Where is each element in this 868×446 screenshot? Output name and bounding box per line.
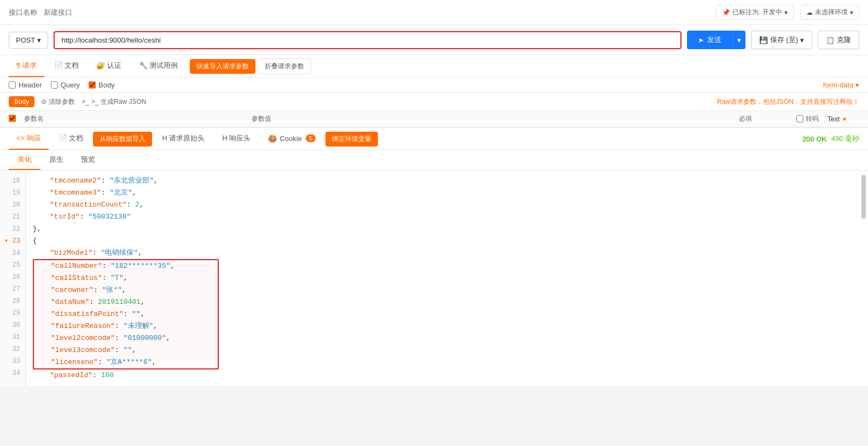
- url-input[interactable]: [54, 31, 681, 49]
- tab-response[interactable]: <> 响应: [9, 128, 49, 150]
- tab-request[interactable]: ¶ 请求: [9, 55, 44, 77]
- env-marked-label: 已标注为: 开发中: [732, 8, 782, 17]
- col-name-header: 参数名: [24, 114, 252, 124]
- tab-raw[interactable]: 原生: [40, 150, 72, 170]
- send-arrow-icon: ➤: [698, 36, 704, 44]
- cookie-icon: 🍪: [268, 134, 277, 143]
- body-checkbox[interactable]: [89, 81, 96, 89]
- method-label: POST: [16, 36, 35, 44]
- top-bar-right: 📌 已标注为: 开发中 ▾ ☁ 未选择环境 ▾: [716, 5, 859, 20]
- tab-beautify-label: 美化: [18, 155, 32, 163]
- body-tag: Body: [9, 96, 34, 107]
- header-check[interactable]: Header: [9, 81, 42, 89]
- header-label: Header: [19, 81, 42, 89]
- response-tabs-bar: <> 响应 📄 文档 从响应数据导入 H 请求原始头 H 响应头 🍪 Cooki…: [0, 128, 868, 150]
- tab-docs[interactable]: 📄 文档: [46, 55, 87, 77]
- code-panel: 1819202122▾ 232425262728293031323334 "tm…: [0, 171, 868, 386]
- line-numbers: 1819202122▾ 232425262728293031323334: [0, 171, 26, 386]
- clear-label: 清除参数: [49, 97, 75, 107]
- col-check-header: [9, 115, 24, 124]
- tab-cookie-label: Cookie: [279, 134, 301, 143]
- tab-preview-label: 预览: [81, 155, 95, 163]
- tab-response-docs-label: 📄 文档: [59, 133, 84, 143]
- body-label: Body: [98, 81, 115, 89]
- import-from-response-button[interactable]: 从响应数据导入: [93, 132, 152, 146]
- top-bar: 接口名称 📌 已标注为: 开发中 ▾ ☁ 未选择环境 ▾: [0, 0, 868, 25]
- tab-raw-headers[interactable]: H 请求原始头: [154, 128, 212, 150]
- send-label: 发送: [707, 35, 721, 45]
- send-dropdown-button[interactable]: ▾: [732, 31, 745, 49]
- pin-icon: 📌: [722, 9, 730, 16]
- col-value-header: 参数值: [252, 114, 707, 124]
- chevron-down-icon: ▾: [784, 9, 788, 16]
- tab-raw-headers-label: H 请求原始头: [162, 133, 205, 143]
- send-group: ➤ 发送 ▾: [687, 31, 745, 49]
- terminal-icon: >_: [81, 98, 89, 105]
- form-data-dropdown[interactable]: form-data ▾: [823, 81, 859, 89]
- header-checkbox[interactable]: [9, 81, 16, 89]
- tab-auth-label: 🔐 认证: [96, 61, 121, 71]
- select-all-checkbox[interactable]: [9, 115, 16, 122]
- status-ok-label: 200 OK: [802, 135, 827, 143]
- save-label: 保存 (至): [770, 35, 798, 45]
- query-check[interactable]: Query: [51, 81, 80, 89]
- tab-response-docs[interactable]: 📄 文档: [51, 128, 91, 150]
- query-label: Query: [61, 81, 80, 89]
- tab-testcase[interactable]: 🔧 测试用例: [131, 55, 186, 77]
- tab-response-label: <> 响应: [16, 133, 41, 143]
- save-button[interactable]: 💾 保存 (至) ▾: [751, 31, 812, 49]
- clone-button[interactable]: 📋 克隆: [818, 31, 859, 49]
- env-select-badge[interactable]: ☁ 未选择环境 ▾: [800, 5, 859, 20]
- tab-response-headers-label: H 响应头: [222, 133, 251, 143]
- encode-checkbox[interactable]: [796, 115, 803, 122]
- generate-json-button[interactable]: >_ >_ 生成Raw JSON: [81, 97, 146, 107]
- tab-auth[interactable]: 🔐 认证: [89, 55, 129, 77]
- tab-request-label: ¶ 请求: [16, 61, 37, 71]
- fast-import-button[interactable]: 快速导入请求参数: [190, 59, 255, 74]
- env-marked-badge[interactable]: 📌 已标注为: 开发中 ▾: [716, 5, 794, 20]
- chevron-method-icon: ▾: [37, 36, 41, 44]
- col-encode-header: 转码 Text ▾: [783, 114, 859, 124]
- tab-testcase-label: 🔧 测试用例: [139, 61, 178, 71]
- status-ms-label: 490 毫秒: [831, 134, 859, 144]
- cloud-icon: ☁: [806, 9, 813, 16]
- gen-label: >_ 生成Raw JSON: [91, 97, 146, 107]
- col-required-header: 必填: [707, 114, 783, 124]
- method-button[interactable]: POST ▾: [9, 32, 48, 49]
- body-bar: Body ⊘ 清除参数 >_ >_ 生成Raw JSON Raw请求参数，包括J…: [0, 93, 868, 111]
- tab-raw-label: 原生: [49, 155, 63, 163]
- text-dropdown-icon[interactable]: ▾: [843, 115, 846, 123]
- code-area: 1819202122▾ 232425262728293031323334 "tm…: [0, 171, 868, 386]
- code-content: "tmcomname2": "东北营业部", "tmcomname3": "北京…: [26, 171, 868, 386]
- col-headers: 参数名 参数值 必填 转码 Text ▾: [0, 111, 868, 127]
- raw-hint: Raw请求参数，包括JSON，支持直接写注释啦！: [717, 97, 859, 107]
- chevron-down-icon2: ▾: [850, 9, 853, 16]
- env-select-label: 未选择环境: [815, 8, 848, 17]
- circle-slash-icon: ⊘: [41, 98, 46, 105]
- params-bar: Header Query Body form-data ▾: [0, 78, 868, 93]
- tab-cookie[interactable]: 🍪 Cookie 5: [260, 129, 323, 149]
- response-status: 200 OK 490 毫秒: [802, 134, 859, 144]
- encode-label: 转码: [806, 114, 819, 124]
- query-checkbox[interactable]: [51, 81, 58, 89]
- url-bar: POST ▾ ➤ 发送 ▾ 💾 保存 (至) ▾ 📋 克隆: [0, 25, 868, 55]
- request-tabs-bar: ¶ 请求 📄 文档 🔐 认证 🔧 测试用例 快速导入请求参数 折叠请求参数: [0, 55, 868, 78]
- tab-preview[interactable]: 预览: [72, 150, 104, 170]
- clone-label: 克隆: [837, 35, 851, 45]
- interface-name-input[interactable]: [44, 8, 716, 16]
- clone-icon: 📋: [826, 36, 835, 44]
- tab-beautify[interactable]: 美化: [9, 150, 40, 170]
- tab-response-headers[interactable]: H 响应头: [214, 128, 258, 150]
- bind-env-button[interactable]: 绑定环境变量: [325, 132, 378, 146]
- cookie-badge: 5: [306, 134, 316, 142]
- save-icon: 💾: [759, 36, 768, 44]
- body-check[interactable]: Body: [89, 81, 115, 89]
- interface-label: 接口名称: [9, 8, 37, 17]
- text-label: Text: [828, 115, 840, 123]
- clear-params-button[interactable]: ⊘ 清除参数: [41, 97, 75, 107]
- scrollbar[interactable]: [861, 175, 866, 219]
- fold-button[interactable]: 折叠请求参数: [258, 58, 311, 74]
- send-button[interactable]: ➤ 发送: [687, 31, 732, 49]
- save-chevron-icon: ▾: [800, 36, 804, 44]
- view-tabs-bar: 美化 原生 预览: [0, 150, 868, 171]
